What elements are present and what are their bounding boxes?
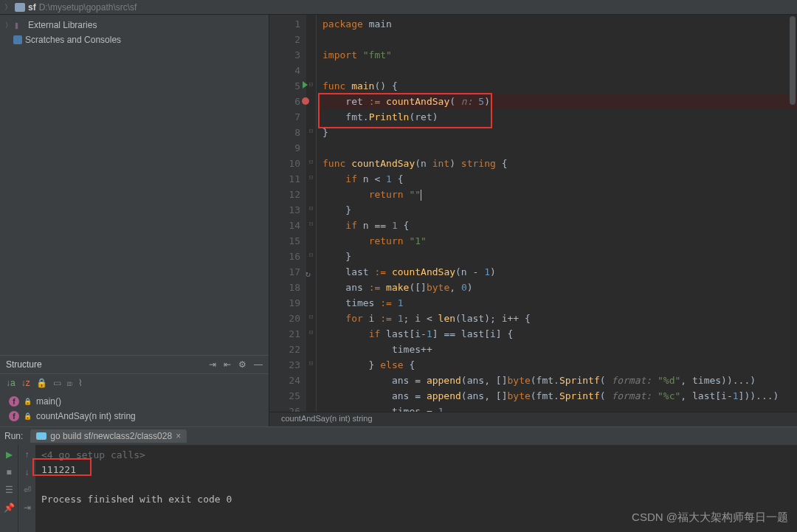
code-line[interactable]: } else { xyxy=(322,357,797,373)
library-icon xyxy=(15,21,25,30)
console-line: Process finished with exit code 0 xyxy=(41,492,791,507)
down-icon[interactable]: ↓ xyxy=(25,467,30,477)
run-header: Run: go build sf/newclass2/class028 × xyxy=(0,427,797,445)
code-line[interactable]: ans = append(ans, []byte(fmt.Sprintf( fo… xyxy=(322,373,797,388)
tree-external-libraries[interactable]: 〉 External Libraries xyxy=(0,18,269,32)
code-line[interactable]: import "fmt" xyxy=(322,47,797,63)
function-icon: f xyxy=(9,396,19,407)
filter-icon[interactable]: ⎄ xyxy=(67,378,72,388)
run-panel: Run: go build sf/newclass2/class028 × ▶ … xyxy=(0,426,797,532)
project-tree[interactable]: 〉 External Libraries Scratches and Conso… xyxy=(0,15,269,53)
breadcrumb-bar: 〉 sf D:\mysetup\gopath\src\sf xyxy=(0,0,797,15)
structure-toolbar: ↓a ↓z 🔒 ▭ ⎄ ⌇ xyxy=(0,373,269,391)
function-icon: f xyxy=(9,411,19,421)
project-path: D:\mysetup\gopath\src\sf xyxy=(39,2,137,13)
tree-item-label: External Libraries xyxy=(28,20,97,30)
editor-breadcrumb[interactable]: countAndSay(n int) string xyxy=(269,412,797,426)
code-line[interactable]: fmt.Println(ret) xyxy=(322,109,797,125)
code-line[interactable]: package main xyxy=(322,16,797,32)
tree-empty-area xyxy=(0,53,269,355)
structure-item-main[interactable]: f 🔒 main() xyxy=(3,394,266,409)
tree-scratches[interactable]: Scratches and Consoles xyxy=(0,32,269,47)
close-icon[interactable]: × xyxy=(176,431,181,441)
run-config-tab[interactable]: go build sf/newclass2/class028 × xyxy=(30,429,187,443)
console-line: 111221 xyxy=(41,463,791,477)
stop-icon[interactable]: ■ xyxy=(6,467,11,477)
folder-icon[interactable]: ▭ xyxy=(53,378,61,388)
code-lines[interactable]: package mainimport "fmt"func main() { re… xyxy=(317,15,797,412)
sort-za-icon[interactable]: ↓z xyxy=(21,378,30,388)
project-name[interactable]: sf xyxy=(28,2,36,13)
code-line[interactable] xyxy=(322,140,797,156)
code-line[interactable]: } xyxy=(322,202,797,218)
chevron-icon: 〉 xyxy=(4,21,12,30)
code-line[interactable]: if n < 1 { xyxy=(322,171,797,187)
up-icon[interactable]: ↑ xyxy=(25,449,30,460)
go-icon xyxy=(36,432,46,440)
minimize-icon[interactable]: — xyxy=(254,359,263,370)
rerun-icon[interactable]: ▶ xyxy=(6,449,13,460)
code-line[interactable]: ret := countAndSay( n: 5) xyxy=(322,94,797,109)
code-line[interactable]: times := 1 xyxy=(322,295,797,311)
main-split: 〉 External Libraries Scratches and Conso… xyxy=(0,15,797,426)
editor[interactable]: 1234567891011121314151617↻18192021222324… xyxy=(269,15,797,426)
gutter[interactable]: 1234567891011121314151617↻18192021222324… xyxy=(269,15,306,412)
structure-item-label: countAndSay(n int) string xyxy=(36,411,136,421)
scroll-icon[interactable]: ⇥ xyxy=(24,502,31,513)
layout-icon[interactable]: ☰ xyxy=(5,485,13,495)
run-body: ▶ ■ ☰ 📌 ↑ ↓ ⏎ ⇥ <4 go setup calls> 11122… xyxy=(0,445,797,532)
code-line[interactable]: if n == 1 { xyxy=(322,218,797,233)
code-line[interactable]: ans := make([]byte, 0) xyxy=(322,280,797,295)
console-line: <4 go setup calls> xyxy=(41,448,791,463)
code-line[interactable]: ans = append(ans, []byte(fmt.Sprintf( fo… xyxy=(322,388,797,404)
structure-title: Structure xyxy=(6,359,42,370)
code-area[interactable]: 1234567891011121314151617↻18192021222324… xyxy=(269,15,797,412)
left-pane: 〉 External Libraries Scratches and Conso… xyxy=(0,15,269,426)
scratches-icon xyxy=(13,35,22,44)
scrollbar-thumb[interactable] xyxy=(790,16,796,105)
code-line[interactable]: return "" xyxy=(322,187,797,202)
structure-header: Structure ⇥ ⇤ ⚙ — xyxy=(0,355,269,373)
tree-item-label: Scratches and Consoles xyxy=(25,35,121,45)
structure-list[interactable]: f 🔒 main() f 🔒 countAndSay(n int) string xyxy=(0,391,269,426)
code-line[interactable]: times = 1 xyxy=(322,404,797,412)
gear-icon[interactable]: ⚙ xyxy=(238,359,246,370)
code-line[interactable]: func main() { xyxy=(322,78,797,94)
run-toolbar-secondary: ↑ ↓ ⏎ ⇥ xyxy=(18,445,35,532)
code-line[interactable]: func countAndSay(n int) string { xyxy=(322,156,797,171)
lock-icon: 🔒 xyxy=(24,412,32,420)
run-tab-label: go build sf/newclass2/class028 xyxy=(50,431,172,441)
code-line[interactable] xyxy=(322,32,797,47)
structure-item-countandsay[interactable]: f 🔒 countAndSay(n int) string xyxy=(3,409,266,424)
fold-column[interactable]: ⊟⊟⊟⊟⊟⊟⊟⊟⊟⊟ xyxy=(306,15,317,412)
code-line[interactable]: } xyxy=(322,249,797,264)
code-line[interactable]: times++ xyxy=(322,342,797,357)
console-output[interactable]: <4 go setup calls> 111221 Process finish… xyxy=(35,445,797,532)
run-toolbar-primary: ▶ ■ ☰ 📌 xyxy=(0,445,18,532)
group-icon[interactable]: ⌇ xyxy=(78,378,83,388)
code-line[interactable]: return "1" xyxy=(322,233,797,249)
code-line[interactable]: for i := 1; i < len(last); i++ { xyxy=(322,311,797,326)
chevron-icon: 〉 xyxy=(4,2,12,13)
lock-icon[interactable]: 🔒 xyxy=(36,378,47,388)
run-label: Run: xyxy=(4,431,23,441)
code-line[interactable]: if last[i-1] == last[i] { xyxy=(322,326,797,342)
collapse-all-icon[interactable]: ⇥ xyxy=(209,359,216,370)
console-line xyxy=(41,477,791,492)
breadcrumb-text: countAndSay(n int) string xyxy=(281,414,373,423)
sort-az-icon[interactable]: ↓a xyxy=(6,378,15,388)
expand-all-icon[interactable]: ⇤ xyxy=(224,359,231,370)
lock-icon: 🔒 xyxy=(24,398,32,405)
code-line[interactable]: last := countAndSay(n - 1) xyxy=(322,264,797,280)
structure-item-label: main() xyxy=(36,396,61,407)
folder-icon xyxy=(15,3,25,12)
wrap-icon[interactable]: ⏎ xyxy=(24,485,31,495)
code-line[interactable]: } xyxy=(322,125,797,140)
pin-icon[interactable]: 📌 xyxy=(4,502,15,513)
code-line[interactable] xyxy=(322,63,797,78)
